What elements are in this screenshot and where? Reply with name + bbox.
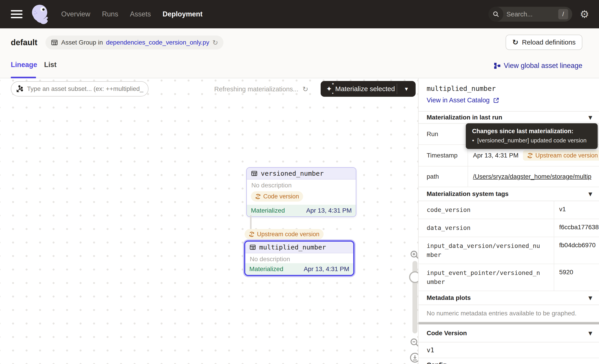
materialization-time[interactable]: Apr 13, 4:31 PM — [304, 265, 349, 273]
op-selector-icon — [16, 85, 23, 93]
sparkles-icon: ✦✦✦ — [326, 85, 332, 93]
zoom-slider-knob[interactable] — [409, 271, 418, 283]
timestamp-value: Apr 13, 4:31 PM — [473, 152, 519, 159]
settings-gear-icon[interactable]: ⚙ — [580, 8, 589, 20]
materialize-label: Materialize selected — [335, 85, 395, 93]
status-badge: Materialized — [251, 207, 285, 214]
nav-item-assets[interactable]: Assets — [130, 10, 151, 18]
asset-group-file-link[interactable]: dependencies_code_version_only.py — [106, 39, 209, 46]
section-heading: Code Version — [427, 329, 467, 337]
lineage-edge — [250, 215, 252, 230]
asset-group-breadcrumb: Asset Group in dependencies_code_version… — [45, 35, 223, 50]
tag-key: code_version — [419, 201, 554, 219]
search-input[interactable] — [507, 11, 552, 18]
section-code-version[interactable]: Code Version ▼ — [419, 324, 599, 342]
asset-description: No description — [247, 180, 356, 190]
tag-key: data_version — [419, 219, 554, 237]
code-version-value: v1 — [419, 342, 599, 358]
nav-item-overview[interactable]: Overview — [61, 10, 90, 18]
menu-icon[interactable] — [11, 8, 23, 20]
nav-item-deployment[interactable]: Deployment — [163, 10, 203, 18]
search-icon — [489, 7, 503, 22]
asset-group-icon — [51, 39, 58, 46]
row-input-event-pointer: input_event_pointer/versioned_number 592… — [419, 264, 599, 291]
row-path-label: path — [419, 166, 468, 187]
refresh-group-icon[interactable]: ↻ — [212, 39, 218, 47]
asset-graph-canvas[interactable]: Refreshing materializations... ↻ ✦✦✦ Mat… — [0, 78, 418, 364]
reload-definitions-button[interactable]: ↻ Reload definitions — [506, 35, 582, 50]
changes-tooltip: Changes since last materialization: • [v… — [466, 123, 598, 149]
row-path: path /Users/sryza/dagster_home/storage/m… — [419, 166, 599, 187]
sidebar-asset-header: multiplied_number View in Asset Catalog — [419, 78, 599, 112]
asset-name: multiplied_number — [259, 243, 326, 251]
tag-value: 5920 — [554, 264, 599, 291]
download-image-icon[interactable] — [410, 352, 418, 363]
materialization-time[interactable]: Apr 13, 4:31 PM — [306, 207, 352, 214]
reload-icon: ↻ — [512, 38, 519, 47]
nav-item-runs[interactable]: Runs — [102, 10, 118, 18]
page-header: default Asset Group in dependencies_code… — [0, 28, 599, 57]
view-in-asset-catalog-link[interactable]: View in Asset Catalog — [427, 96, 500, 104]
external-link-icon — [493, 97, 500, 104]
asset-node-multiplied-number[interactable]: multiplied_number No description Materia… — [244, 241, 354, 276]
panel-resize-handle[interactable] — [419, 322, 599, 324]
active-tab-underline — [11, 77, 36, 78]
tag-value: v1 — [554, 201, 599, 219]
asset-group-label: Asset Group in — [61, 39, 103, 46]
chevron-down-icon[interactable]: ▼ — [588, 330, 592, 336]
asset-name: versioned_number — [261, 170, 324, 177]
row-timestamp-label: Timestamp — [419, 145, 468, 166]
asset-node-versioned-number[interactable]: versioned_number No description Code ver… — [246, 167, 356, 217]
upstream-code-version-label: Upstream code version — [257, 231, 319, 238]
zoom-in-icon[interactable] — [410, 250, 418, 260]
upstream-code-version-badge[interactable]: Upstream code version — [245, 229, 324, 239]
code-version-changed-icon — [255, 193, 261, 199]
section-system-tags[interactable]: Materialization system tags ▼ — [419, 187, 599, 201]
view-tabs: Lineage List View global asset lineage — [0, 57, 599, 78]
materialize-dropdown-caret[interactable]: ▾ — [397, 84, 416, 94]
section-materialization-last-run[interactable]: Materialization in last run ▼ — [419, 112, 599, 124]
chevron-down-icon[interactable]: ▼ — [588, 191, 592, 197]
tab-lineage[interactable]: Lineage — [11, 61, 37, 69]
row-input-data-version: input_data_version/versioned_number fb04… — [419, 237, 599, 264]
code-version-changed-icon — [249, 231, 255, 237]
refresh-materializations-icon[interactable]: ↻ — [302, 85, 308, 93]
section-config[interactable]: Config — [419, 358, 599, 364]
asset-description: No description — [245, 253, 353, 263]
dagster-logo-icon[interactable] — [30, 3, 51, 25]
view-global-lineage-label: View global asset lineage — [504, 62, 582, 70]
nav-menu: Overview Runs Assets Deployment — [61, 10, 203, 18]
upstream-code-version-tag-label: Upstream code version — [535, 152, 598, 159]
asset-detail-sidebar: multiplied_number View in Asset Catalog … — [418, 78, 599, 364]
asset-status-bar: Materialized Apr 13, 4:31 PM — [247, 205, 356, 217]
global-search[interactable]: / — [489, 7, 572, 22]
row-data-version: data_version f6ccba177638 — [419, 219, 599, 237]
asset-node-header: versioned_number — [247, 168, 356, 180]
sidebar-asset-name: multiplied_number — [427, 85, 599, 93]
materialize-selected-button[interactable]: ✦✦✦ Materialize selected ▾ — [321, 81, 416, 97]
materialize-main[interactable]: ✦✦✦ Materialize selected — [321, 85, 397, 93]
search-shortcut-badge: / — [558, 9, 568, 19]
asset-subset-filter[interactable] — [11, 81, 149, 96]
status-badge: Materialized — [249, 265, 283, 273]
reload-definitions-label: Reload definitions — [522, 38, 576, 46]
metadata-plots-empty: No numeric metadata entries available to… — [419, 305, 599, 322]
page-title: default — [11, 38, 37, 47]
row-run-label: Run — [419, 124, 468, 144]
code-version-changed-icon — [527, 153, 533, 159]
view-global-lineage-link[interactable]: View global asset lineage — [493, 62, 582, 70]
tab-list[interactable]: List — [44, 61, 56, 69]
upstream-code-version-tag[interactable]: Upstream code version — [523, 150, 599, 161]
row-code-version: code_version v1 — [419, 201, 599, 219]
code-version-tag[interactable]: Code version — [251, 191, 303, 202]
section-heading: Materialization system tags — [427, 190, 509, 198]
section-metadata-plots[interactable]: Metadata plots ▼ — [419, 291, 599, 305]
view-in-asset-catalog-label: View in Asset Catalog — [427, 96, 490, 104]
chevron-down-icon[interactable]: ▼ — [588, 295, 592, 301]
asset-subset-input[interactable] — [27, 85, 144, 93]
asset-status-bar: Materialized Apr 13, 4:31 PM — [245, 263, 353, 275]
zoom-out-icon[interactable] — [410, 338, 418, 348]
code-version-tag-label: Code version — [263, 193, 299, 200]
chevron-down-icon[interactable]: ▼ — [588, 115, 592, 120]
path-link[interactable]: /Users/sryza/dagster_home/storage/multip — [473, 173, 591, 180]
